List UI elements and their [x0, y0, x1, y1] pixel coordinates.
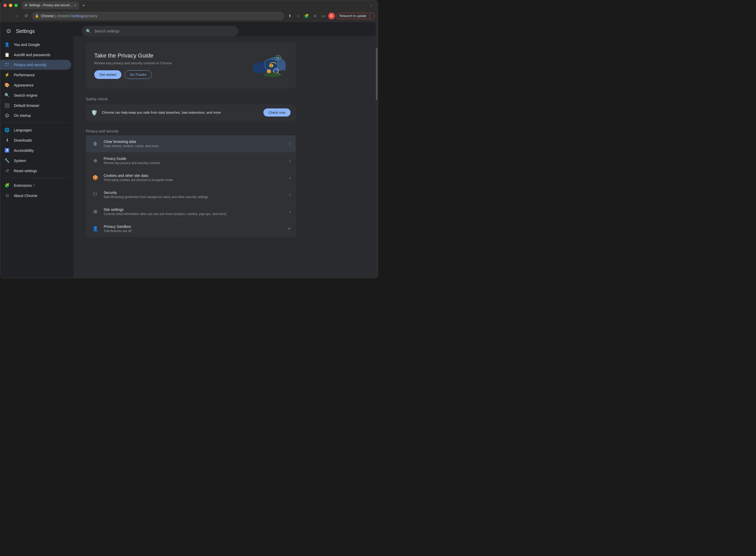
sidebar-item-performance[interactable]: ⚡Performance	[0, 70, 71, 80]
sidebar-item-label-accessibility: Accessibility	[14, 148, 34, 152]
privacy-settings-list: 🗑Clear browsing dataClear history, cooki…	[86, 135, 296, 237]
clear-browsing-arrow-icon: ›	[289, 141, 291, 146]
privacy-guide-arrow-icon: ›	[289, 158, 291, 163]
active-tab[interactable]: ⚙ Settings - Privacy and securit… ×	[22, 1, 79, 9]
sidebar-item-downloads[interactable]: ⬇Downloads	[0, 135, 71, 145]
svg-point-11	[263, 73, 282, 77]
sidebar-item-accessibility[interactable]: ♿Accessibility	[0, 145, 71, 155]
banner-text: Take the Privacy Guide Review key privac…	[94, 52, 244, 79]
sidebar-item-label-privacy-security: Privacy and security	[14, 63, 46, 67]
nav-group-1: 👤You and Google📋Autofill and passwords🛡P…	[0, 39, 73, 120]
reset-settings-icon: ↺	[4, 168, 10, 173]
settings-page-title: Settings	[16, 28, 35, 34]
profile-button[interactable]: E	[328, 12, 335, 19]
settings-row-cookies[interactable]: 🍪Cookies and other site dataThird-party …	[86, 169, 296, 186]
settings-row-privacy-guide[interactable]: ⊕Privacy GuideReview key privacy and sec…	[86, 152, 296, 169]
new-tab-button[interactable]: +	[80, 2, 87, 9]
privacy-security-section-title: Privacy and security	[86, 129, 296, 133]
sidebar-item-label-languages: Languages	[14, 128, 32, 132]
sidebar-item-on-startup[interactable]: ⏻On startup	[0, 110, 71, 120]
scrollbar-track[interactable]	[376, 22, 378, 278]
external-link-icon: ↗	[33, 184, 35, 187]
maximize-traffic-light[interactable]	[14, 4, 18, 7]
site-settings-icon: ⊞	[91, 207, 100, 216]
url-display: Chrome | chrome://settings/privacy	[41, 14, 98, 18]
privacy-sandbox-external-icon: ↗	[287, 226, 291, 231]
sidebar-button[interactable]: ▭	[320, 12, 327, 20]
tab-bar: ⚙ Settings - Privacy and securit… × +	[22, 1, 370, 9]
forward-button[interactable]: →	[13, 12, 20, 20]
search-engine-icon: 🔍	[4, 93, 10, 98]
banner-illustration	[251, 50, 288, 81]
tab-favicon-icon: ⚙	[25, 3, 28, 7]
cookies-icon: 🍪	[91, 173, 100, 182]
sidebar-item-label-on-startup: On startup	[14, 113, 31, 117]
search-input[interactable]	[94, 29, 234, 33]
svg-rect-8	[267, 69, 271, 73]
minimize-traffic-light[interactable]	[9, 4, 12, 7]
settings-row-site-settings[interactable]: ⊞Site settingsControls what information …	[86, 203, 296, 220]
svg-point-5	[271, 65, 272, 66]
sidebar-item-extensions[interactable]: 🧩Extensions↗	[0, 180, 71, 190]
site-settings-arrow-icon: ›	[289, 209, 291, 214]
about-chrome-icon: ⊙	[4, 193, 10, 198]
share-button[interactable]: ⬆	[287, 12, 294, 20]
get-started-button[interactable]: Get started	[94, 70, 121, 79]
lock-icon: 🔒	[35, 14, 39, 18]
sidebar-item-about-chrome[interactable]: ⊙About Chrome	[0, 190, 71, 201]
sidebar-item-label-reset-settings: Reset settings	[14, 169, 37, 173]
extensions-button[interactable]: 🧩	[303, 12, 310, 20]
sidebar-item-system[interactable]: 🔧System	[0, 155, 71, 166]
sidebar-item-label-default-browser: Default browser	[14, 103, 39, 108]
safety-check-text: Chrome can help keep you safe from data …	[102, 110, 259, 114]
relaunch-label: Relaunch to update	[339, 14, 367, 18]
privacy-sandbox-title: Privacy Sandbox	[104, 224, 283, 229]
settings-logo-icon: ⊙	[4, 27, 13, 35]
reading-list-button[interactable]: ≡	[311, 12, 319, 20]
sidebar-item-appearance[interactable]: 🎨Appearance	[0, 80, 71, 90]
back-button[interactable]: ←	[3, 12, 11, 20]
nav-group-3: 🧩Extensions↗⊙About Chrome	[0, 180, 73, 201]
cookies-subtitle: Third-party cookies are blocked in Incog…	[104, 178, 285, 182]
settings-row-security[interactable]: 🛡SecuritySafe Browsing (protection from …	[86, 186, 296, 203]
clear-browsing-subtitle: Clear history, cookies, cache, and more	[104, 144, 285, 148]
settings-row-clear-browsing[interactable]: 🗑Clear browsing dataClear history, cooki…	[86, 135, 296, 152]
address-bar[interactable]: 🔒 Chrome | chrome://settings/privacy	[32, 12, 284, 20]
banner-subtitle: Review key privacy and security controls…	[94, 61, 244, 65]
privacy-sandbox-content: Privacy SandboxTrial features are off	[104, 224, 283, 233]
tab-close-button[interactable]: ×	[74, 3, 76, 7]
sidebar-item-you-google[interactable]: 👤You and Google	[0, 39, 71, 50]
privacy-guide-illustration	[251, 50, 288, 81]
privacy-guide-icon: ⊕	[91, 157, 100, 165]
bookmark-button[interactable]: ☆	[295, 12, 302, 20]
sidebar-item-search-engine[interactable]: 🔍Search engine	[0, 90, 71, 100]
reload-button[interactable]: ↺	[22, 12, 30, 20]
title-bar-end: ⌄	[370, 3, 375, 7]
check-now-button[interactable]: Check now	[263, 108, 291, 116]
safety-check-section-title: Safety check	[86, 97, 296, 101]
sidebar-item-autofill[interactable]: 📋Autofill and passwords	[0, 50, 71, 60]
sidebar-item-default-browser[interactable]: ⬛Default browser	[0, 100, 71, 110]
sidebar-item-languages[interactable]: 🌐Languages	[0, 125, 71, 135]
sidebar-item-label-autofill: Autofill and passwords	[14, 53, 50, 57]
no-thanks-button[interactable]: No Thanks	[124, 70, 152, 79]
sidebar-item-label-you-google: You and Google	[14, 43, 40, 47]
appearance-icon: 🎨	[4, 82, 10, 88]
privacy-guide-title: Privacy Guide	[104, 157, 285, 161]
privacy-guide-banner: Take the Privacy Guide Review key privac…	[86, 43, 296, 89]
close-traffic-light[interactable]	[3, 4, 7, 7]
sidebar-item-label-downloads: Downloads	[14, 138, 32, 142]
clear-browsing-content: Clear browsing dataClear history, cookie…	[104, 140, 285, 148]
settings-row-privacy-sandbox[interactable]: 👤Privacy SandboxTrial features are off↗	[86, 220, 296, 237]
cookies-content: Cookies and other site dataThird-party c…	[104, 173, 285, 182]
sidebar-item-label-extensions: Extensions	[14, 183, 32, 187]
extensions-icon: 🧩	[4, 183, 10, 188]
sidebar-item-reset-settings[interactable]: ↺Reset settings	[0, 166, 71, 176]
sidebar-item-privacy-security[interactable]: 🛡Privacy and security	[0, 60, 71, 70]
relaunch-button[interactable]: Relaunch to update ⋮	[336, 13, 375, 19]
site-settings-content: Site settingsControls what information s…	[104, 207, 285, 216]
clear-browsing-title: Clear browsing data	[104, 140, 285, 144]
search-bar[interactable]: 🔍	[82, 26, 238, 36]
nav-group-2: 🌐Languages⬇Downloads♿Accessibility🔧Syste…	[0, 125, 73, 176]
cookies-title: Cookies and other site data	[104, 173, 285, 178]
